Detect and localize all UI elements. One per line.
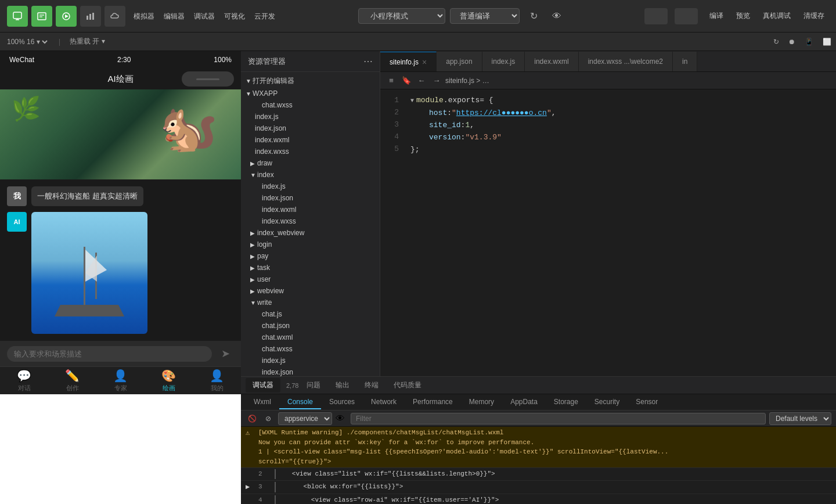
devtools-panel: 调试器 2,78 问题 输出 终端 代码质量 Wxml — [241, 376, 836, 504]
refresh-page-btn[interactable]: ↻ — [773, 38, 779, 46]
tab-indexjs[interactable]: index.js — [482, 52, 525, 71]
nav-chat[interactable]: 💬 对话 — [17, 369, 31, 393]
nav-expert[interactable]: 👤 专家 — [113, 369, 128, 393]
eye-icon[interactable]: 👁 — [547, 7, 566, 26]
mode-select[interactable]: 小程序模式 — [358, 8, 445, 24]
tree-folder-write[interactable]: write — [241, 297, 380, 308]
console-filter-btn[interactable]: ⊘ — [262, 412, 275, 425]
tree-file-chatwxss[interactable]: chat.wxss — [241, 99, 380, 111]
tree-index-indexwxml[interactable]: index.wxml — [241, 204, 380, 215]
tree-file-indexjson-1[interactable]: index.json — [241, 123, 380, 134]
cloud-action-btn[interactable] — [675, 8, 698, 24]
dt-sensor[interactable]: Sensor — [628, 395, 666, 409]
tree-folder-webview[interactable]: webview — [241, 285, 380, 297]
send-button[interactable]: ➤ — [217, 345, 234, 362]
nav-draw[interactable]: 🎨 绘画 — [161, 369, 176, 393]
debugger-label: 调试器 — [189, 12, 219, 21]
phone-chat-input[interactable] — [7, 346, 212, 362]
tree-folder-index[interactable]: index — [241, 169, 380, 181]
dt-primary-output[interactable]: 输出 — [329, 378, 356, 393]
tab-close-siteinfo[interactable]: × — [422, 57, 427, 67]
tab-appjson[interactable]: app.json — [437, 52, 482, 71]
clear-cache-btn[interactable]: 清缓存 — [799, 9, 829, 23]
tab-siteinfo[interactable]: siteinfo.js × — [380, 52, 437, 71]
dt-storage[interactable]: Storage — [546, 395, 586, 409]
dt-appdata[interactable]: AppData — [502, 395, 546, 409]
tab-indexwxml[interactable]: index.wxml — [525, 52, 578, 71]
tree-write-chatjson[interactable]: chat.json — [241, 320, 380, 332]
cloud-btn[interactable] — [105, 6, 125, 27]
debugger-btn[interactable] — [56, 6, 77, 27]
console-clear-btn[interactable]: 🚫 — [246, 412, 258, 425]
tree-file-indexwxss-1[interactable]: index.wxss — [241, 146, 380, 157]
dt-console[interactable]: Console — [279, 395, 321, 409]
tree-wxapp[interactable]: WXAPP — [241, 88, 380, 99]
refresh-icon[interactable]: ↻ — [524, 7, 543, 26]
service-select[interactable]: appservice — [278, 412, 332, 425]
forward-icon[interactable]: → — [430, 74, 443, 87]
dt-network[interactable]: Network — [363, 395, 405, 409]
back-icon[interactable]: ← — [415, 74, 428, 87]
filter-input[interactable] — [351, 413, 766, 424]
line-numbers: 1 2 3 4 5 — [380, 89, 403, 376]
tree-folder-draw[interactable]: draw — [241, 157, 380, 169]
tree-write-indexjson[interactable]: index.json — [241, 366, 380, 376]
bookmark-icon[interactable]: 🔖 — [400, 74, 413, 87]
level-select[interactable]: Default levels — [769, 412, 831, 425]
tree-open-editors[interactable]: 打开的编辑器 — [241, 74, 380, 88]
compile-btn[interactable]: 编译 — [705, 9, 728, 23]
record-btn[interactable]: ⏺ — [788, 38, 795, 46]
tree-file-indexjs-1[interactable]: index.js — [241, 111, 380, 123]
tree-write-indexjs[interactable]: index.js — [241, 355, 380, 366]
dt-performance[interactable]: Performance — [405, 395, 461, 409]
indexwebview-arrow — [250, 230, 257, 236]
host-link[interactable]: https://cl●●●●●●o.cn — [456, 107, 547, 119]
dt-primary-issues[interactable]: 问题 — [300, 378, 327, 393]
code-content[interactable]: ▼ module.exports = { host: "https://cl●●… — [403, 89, 836, 376]
preview-btn[interactable]: 预览 — [732, 9, 755, 23]
tab-indexwxss[interactable]: index.wxss ...\welcome2 — [579, 52, 673, 71]
tree-index-indexjs[interactable]: index.js — [241, 181, 380, 192]
log-line-3: 1 | <scroll-view class="msg-list {{speec… — [258, 447, 831, 457]
tree-folder-user[interactable]: user — [241, 273, 380, 285]
phone-size-btn[interactable]: 📱 — [805, 38, 813, 46]
editor-btn[interactable] — [31, 6, 52, 27]
expert-nav-icon: 👤 — [113, 369, 128, 383]
squirrel-image: 🌿 — [0, 89, 241, 179]
dt-memory[interactable]: Memory — [461, 395, 502, 409]
tree-index-indexwxss[interactable]: index.wxss — [241, 215, 380, 227]
dt-primary-quality[interactable]: 代码质量 — [387, 378, 428, 393]
tree-index-indexjson[interactable]: index.json — [241, 192, 380, 204]
dt-sources[interactable]: Sources — [321, 395, 363, 409]
compile-action-btn[interactable] — [644, 8, 668, 24]
device-debug-btn[interactable]: 真机调试 — [758, 9, 795, 23]
tab-in[interactable]: in — [673, 52, 697, 71]
compile-select[interactable]: 普通编译 — [450, 8, 520, 24]
tree-folder-login[interactable]: login — [241, 239, 380, 250]
nav-create[interactable]: ✏️ 创作 — [65, 369, 80, 393]
dt-primary-debugger[interactable]: 调试器 — [246, 378, 280, 393]
tree-folder-task[interactable]: task — [241, 262, 380, 273]
tree-folder-indexwebview[interactable]: index_webview — [241, 227, 380, 239]
log-warning: ⚠ [WXML Runtime warning] ./components/ch… — [241, 427, 836, 468]
dt-security[interactable]: Security — [586, 395, 628, 409]
tree-file-indexwxml-1[interactable]: index.wxml — [241, 134, 380, 146]
log-line-1: [WXML Runtime warning] ./components/chat… — [258, 428, 831, 438]
eye-toggle[interactable]: 👁 — [336, 413, 347, 424]
dt-wxml[interactable]: Wxml — [246, 395, 279, 409]
visualize-btn[interactable] — [80, 6, 101, 27]
tree-folder-pay[interactable]: pay — [241, 250, 380, 262]
tree-write-chatjs[interactable]: chat.js — [241, 308, 380, 320]
toggle-icon[interactable]: ▶ — [246, 482, 255, 492]
file-tree-menu[interactable]: ⋯ — [363, 56, 373, 67]
list-icon[interactable]: ≡ — [385, 74, 398, 87]
tree-write-chatwxml[interactable]: chat.wxml — [241, 332, 380, 343]
zoom-select[interactable]: 100% 16 ▾ — [5, 37, 49, 46]
nav-mine[interactable]: 👤 我的 — [210, 369, 224, 393]
hotreload-btn[interactable]: 热重载 开 ▾ — [70, 37, 105, 46]
simulator-btn[interactable] — [7, 6, 28, 27]
dt-primary-terminal[interactable]: 终端 — [358, 378, 385, 393]
phone-body: 🌿 我 一艘科幻海盗船 超真实超清晰 AI — [0, 89, 241, 341]
tablet-size-btn[interactable]: ⬜ — [823, 38, 831, 46]
tree-write-chatwxss[interactable]: chat.wxss — [241, 343, 380, 355]
